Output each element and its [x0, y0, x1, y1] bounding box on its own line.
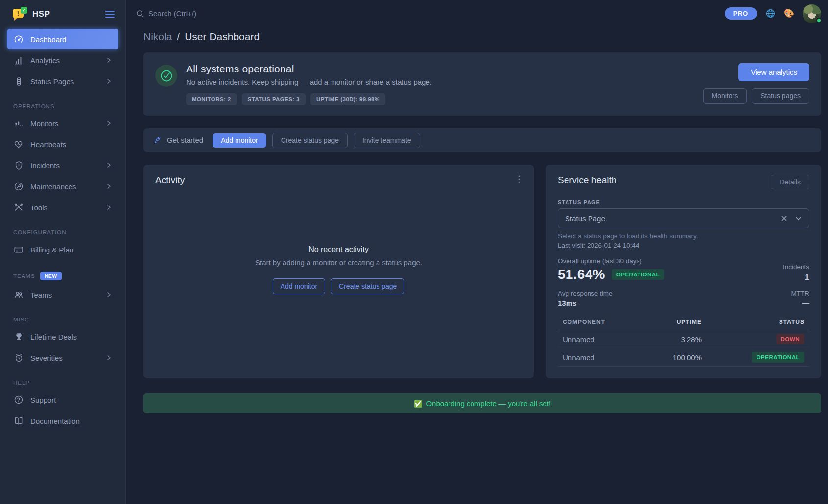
breadcrumb-parent[interactable]: Nikola: [143, 31, 172, 43]
avg-response-label: Avg response time: [558, 290, 613, 297]
new-badge: NEW: [40, 272, 62, 280]
rocket-icon: [154, 136, 163, 145]
breadcrumb-current: User Dashboard: [185, 31, 260, 43]
sidebar-collapse-toggle[interactable]: [105, 11, 115, 18]
uptime-block: Overall uptime (last 30 days) 51.64% OPE…: [558, 257, 664, 282]
mttr-label: MTTR: [791, 290, 810, 297]
sidebar-item-dashboard[interactable]: Dashboard: [7, 29, 118, 49]
sidebar-section-help: HELP: [13, 380, 125, 386]
get-started-label: Get started: [167, 136, 203, 144]
get-started-bar: Get started Add monitor Create status pa…: [143, 128, 821, 152]
mttr-block: MTTR —: [791, 290, 810, 307]
check-emoji-icon: ✅: [414, 400, 422, 408]
chevron-right-icon: [105, 354, 112, 361]
select-controls: [781, 215, 802, 222]
search-placeholder: Search (Ctrl+/): [148, 9, 196, 18]
user-avatar[interactable]: [803, 4, 821, 23]
sidebar-item-billing[interactable]: Billing & Plan: [7, 239, 118, 260]
hero-stat-chips: MONITORS: 2 STATUS PAGES: 3 UPTIME (30D)…: [186, 93, 432, 105]
breadcrumb-separator: /: [177, 31, 180, 43]
trophy-icon: [13, 331, 24, 342]
users-icon: [13, 289, 24, 300]
dashboard-grid: Activity ⋮ No recent activity Start by a…: [143, 165, 821, 378]
sidebar-section-operations: OPERATIONS: [13, 103, 125, 109]
monitors-icon: [13, 118, 24, 129]
response-stat-row: Avg response time 13ms MTTR —: [558, 290, 809, 307]
breadcrumb: Nikola / User Dashboard: [143, 31, 821, 43]
table-row[interactable]: Unnamed 100.00% OPERATIONAL: [558, 348, 809, 367]
sidebar-item-label: Support: [30, 396, 56, 404]
sidebar-item-label: Tools: [30, 204, 47, 212]
sidebar-item-monitors[interactable]: Monitors: [7, 113, 118, 134]
invite-teammate-button[interactable]: Invite teammate: [354, 133, 420, 148]
service-health-card: Service health Details STATUS PAGE Statu…: [546, 165, 821, 378]
sidebar-item-label: Documentation: [30, 417, 80, 425]
onboarding-banner: ✅ Onboarding complete — you're all set!: [143, 393, 821, 413]
uptime-column-header: UPTIME: [618, 319, 702, 325]
create-status-page-button[interactable]: Create status page: [272, 133, 348, 148]
chevron-right-icon: [105, 183, 112, 190]
wrench-circle-icon: [13, 181, 24, 192]
tools-icon: [13, 202, 24, 213]
monitors-button[interactable]: Monitors: [703, 88, 747, 104]
sidebar-item-tools[interactable]: Tools: [7, 197, 118, 218]
clear-icon[interactable]: [781, 215, 787, 222]
component-name: Unnamed: [563, 353, 618, 362]
component-name: Unnamed: [563, 335, 618, 344]
component-uptime: 100.00%: [618, 353, 702, 362]
sidebar-item-label: Incidents: [30, 161, 60, 170]
last-visit-text: Last visit: 2026-01-24 10:44: [558, 242, 809, 249]
table-row[interactable]: Unnamed 3.28% DOWN: [558, 330, 809, 348]
search-icon: [136, 9, 144, 18]
status-column-header: STATUS: [702, 319, 804, 325]
theme-palette-icon[interactable]: 🎨: [784, 8, 794, 19]
sidebar-item-label: Dashboard: [30, 35, 66, 44]
chevron-right-icon: [105, 78, 112, 85]
status-page-select[interactable]: Status Page: [558, 208, 809, 228]
status-badge: DOWN: [776, 334, 804, 344]
sidebar-item-status-pages[interactable]: Status Pages: [7, 71, 118, 92]
status-page-select-value: Status Page: [565, 214, 605, 223]
sidebar-item-incidents[interactable]: Incidents: [7, 155, 118, 176]
sidebar-item-severities[interactable]: Severities: [7, 347, 118, 368]
component-column-header: COMPONENT: [563, 319, 618, 325]
components-table-header: COMPONENT UPTIME STATUS: [558, 315, 809, 330]
details-button[interactable]: Details: [771, 175, 809, 189]
app-root: ! ✓ HSP Dashboard Analytics: [0, 0, 828, 504]
app-logo[interactable]: ! ✓: [13, 8, 26, 21]
add-monitor-button[interactable]: Add monitor: [213, 133, 266, 148]
components-table: COMPONENT UPTIME STATUS Unnamed 3.28% DO…: [558, 315, 809, 367]
sidebar-item-label: Billing & Plan: [30, 246, 73, 254]
uptime-label: Overall uptime (last 30 days): [558, 257, 664, 265]
view-analytics-button[interactable]: View analytics: [738, 63, 809, 81]
pro-badge[interactable]: PRO: [725, 7, 757, 20]
credit-card-icon: [13, 244, 24, 255]
language-globe-icon[interactable]: [765, 8, 776, 19]
incidents-value: 1: [783, 273, 809, 282]
search-input[interactable]: Search (Ctrl+/): [136, 9, 196, 18]
sidebar-item-heartbeats[interactable]: Heartbeats: [7, 134, 118, 155]
sidebar-item-analytics[interactable]: Analytics: [7, 50, 118, 70]
sidebar-item-teams[interactable]: Teams: [7, 284, 118, 305]
sidebar-header: ! ✓ HSP: [0, 0, 125, 26]
sidebar-item-support[interactable]: Support: [7, 389, 118, 410]
help-circle-icon: [13, 394, 24, 405]
avg-response-value: 13ms: [558, 299, 613, 307]
sidebar-item-label: Lifetime Deals: [30, 333, 77, 341]
sidebar-item-lifetime-deals[interactable]: Lifetime Deals: [7, 326, 118, 347]
service-health-title: Service health: [558, 175, 616, 185]
chevron-right-icon: [105, 291, 112, 298]
empty-state-actions: Add monitor Create status page: [273, 278, 405, 294]
chevron-down-icon[interactable]: [795, 215, 802, 222]
avg-response-block: Avg response time 13ms: [558, 290, 613, 307]
uptime-chip: UPTIME (30D): 99.98%: [310, 93, 385, 105]
empty-create-status-page-button[interactable]: Create status page: [331, 278, 404, 294]
uptime-value: 51.64%: [558, 267, 605, 282]
component-uptime: 3.28%: [618, 335, 702, 344]
empty-add-monitor-button[interactable]: Add monitor: [273, 278, 325, 294]
sidebar-item-documentation[interactable]: Documentation: [7, 411, 118, 431]
sidebar-item-label: Analytics: [30, 56, 60, 65]
status-pages-button[interactable]: Status pages: [752, 88, 809, 104]
kebab-menu-icon[interactable]: ⋮: [515, 175, 523, 183]
sidebar-item-maintenances[interactable]: Maintenances: [7, 176, 118, 197]
